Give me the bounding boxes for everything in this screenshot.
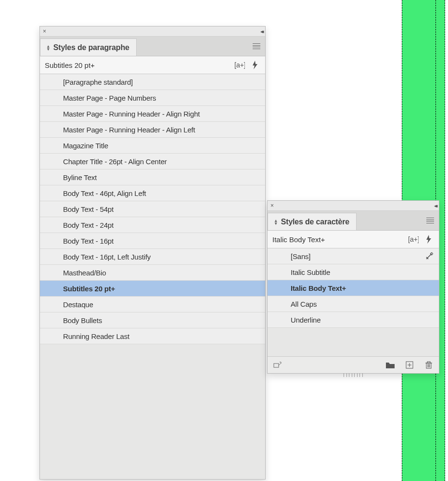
style-row[interactable]: Master Page - Running Header - Align Rig… [40,106,265,122]
panel-menu-button[interactable] [248,37,265,56]
style-label: [Sans] [291,252,310,260]
quick-apply-icon[interactable] [250,60,260,70]
paragraph-style-list[interactable]: [Paragraphe standard]Master Page - Page … [40,74,265,479]
break-link-icon[interactable] [272,360,283,370]
style-label: Destaque [63,300,93,309]
style-label: Master Page - Running Header - Align Rig… [63,110,200,118]
style-label: Body Text - 46pt, Align Left [63,189,146,197]
style-label: All Caps [291,300,317,308]
style-label: Body Text - 16pt [63,237,114,245]
style-label: Running Reader Last [63,332,129,340]
style-label: Master Page - Page Numbers [63,94,156,102]
style-row[interactable]: Masthead/Bio [40,265,265,281]
style-row[interactable]: Italic Body Text+ [268,280,439,296]
style-row[interactable]: Magazine Title [40,138,265,154]
style-label: [Paragraphe standard] [63,78,133,86]
style-row[interactable]: Body Text - 46pt, Align Left [40,185,265,201]
style-label: Chapter Title - 26pt - Align Center [63,157,167,166]
style-row[interactable]: Body Text - 54pt [40,201,265,217]
current-style-label: Subtitles 20 pt+ [45,61,95,69]
updown-icon: ▴▾ [47,45,50,51]
style-label: Byline Text [63,173,97,182]
style-label: Italic Subtitle [291,268,330,276]
style-label: Underline [291,316,320,324]
style-label: Body Text - 54pt [63,205,114,213]
style-row[interactable]: Destaque [40,297,265,312]
style-label: Body Bullets [63,316,102,325]
panel-footer [268,356,439,373]
tab-paragraph-styles[interactable]: ▴▾ Styles de paragraphe [40,39,137,56]
style-row[interactable]: Italic Subtitle [268,264,439,280]
resize-handle[interactable] [344,373,363,377]
svg-text:[a+]: [a+] [234,61,245,69]
current-style-label: Italic Body Text+ [272,235,325,244]
panel-tabbar: ▴▾ Styles de paragraphe [40,37,265,56]
style-row[interactable]: Byline Text [40,169,265,185]
panel-titlebar[interactable]: × ◂◂ [40,26,265,37]
style-row[interactable]: Master Page - Running Header - Align Lef… [40,122,265,138]
style-row[interactable]: Subtitles 20 pt+ [40,281,265,297]
style-row[interactable]: Body Bullets [40,312,265,328]
style-row[interactable]: Running Reader Last [40,328,265,344]
character-style-list[interactable]: [Sans]Italic SubtitleItalic Body Text+Al… [268,248,439,356]
tab-character-styles[interactable]: ▴▾ Styles de caractère [268,213,357,230]
style-label: Body Text - 24pt [63,221,114,229]
style-row[interactable]: Chapter Title - 26pt - Align Center [40,154,265,169]
new-style-icon[interactable] [404,360,415,370]
svg-marker-1 [253,61,257,69]
menu-icon [253,43,260,49]
style-row[interactable]: [Paragraphe standard] [40,74,265,90]
new-group-icon[interactable] [385,360,396,370]
style-label: Italic Body Text+ [291,284,346,292]
close-icon[interactable]: × [42,28,47,34]
svg-marker-3 [426,235,431,244]
svg-marker-6 [386,363,395,368]
style-row[interactable]: [Sans] [268,248,439,264]
panel-menu-button[interactable] [422,211,439,230]
style-row[interactable]: Body Text - 16pt, Left Justify [40,249,265,265]
style-row[interactable]: Body Text - 24pt [40,217,265,233]
style-row[interactable]: Master Page - Page Numbers [40,90,265,106]
style-row[interactable]: Body Text - 16pt [40,233,265,249]
style-label: Masthead/Bio [63,269,106,277]
close-icon[interactable]: × [269,203,275,208]
not-assignable-icon [424,251,434,261]
panel-tabbar: ▴▾ Styles de caractère [268,211,439,231]
style-row[interactable]: Underline [268,312,439,328]
collapse-icon[interactable]: ◂◂ [260,28,263,35]
quick-apply-icon[interactable] [423,234,434,245]
style-label: Body Text - 16pt, Left Justify [63,253,151,261]
current-style-row: Subtitles 20 pt+ [a+] [40,56,265,74]
new-style-from-selection-icon[interactable]: [a+] [408,234,419,245]
character-styles-panel: × ◂◂ ▴▾ Styles de caractère Italic Body … [267,200,439,374]
panel-titlebar[interactable]: × ◂◂ [268,201,439,211]
collapse-icon[interactable]: ◂◂ [434,203,437,209]
paragraph-styles-panel: × ◂◂ ▴▾ Styles de paragraphe Subtitles 2… [39,26,266,480]
menu-icon [426,218,434,223]
current-style-row: Italic Body Text+ [a+] [268,231,439,248]
delete-icon[interactable] [423,360,434,370]
style-label: Master Page - Running Header - Align Lef… [63,126,195,134]
svg-rect-5 [274,364,279,367]
style-label: Subtitles 20 pt+ [63,285,115,293]
svg-text:[a+]: [a+] [408,235,419,243]
new-style-from-selection-icon[interactable]: [a+] [234,60,245,70]
style-label: Magazine Title [63,142,108,150]
tab-label: Styles de caractère [281,218,349,226]
style-row[interactable]: All Caps [268,296,439,312]
updown-icon: ▴▾ [275,219,277,225]
tab-label: Styles de paragraphe [53,43,129,52]
